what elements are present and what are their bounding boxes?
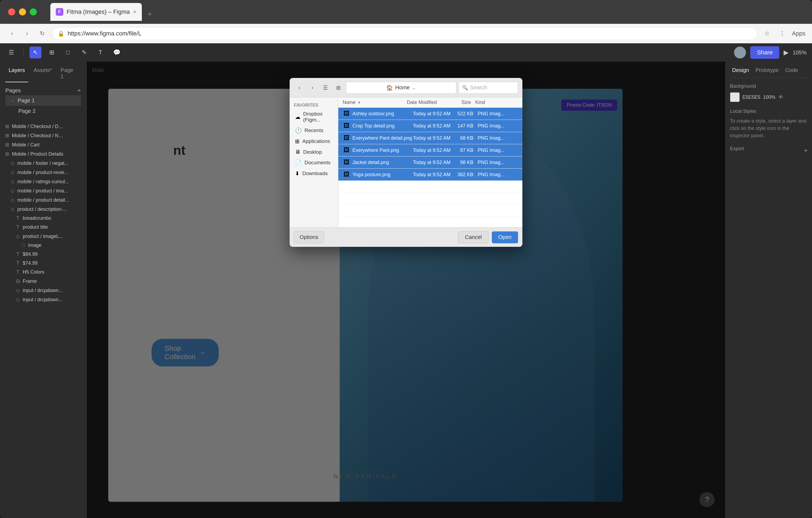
column-name[interactable]: Name ▼ — [343, 99, 407, 105]
new-tab-button[interactable]: + — [143, 7, 156, 21]
sidebar-item-desktop[interactable]: 🖥 Desktop — [291, 147, 337, 157]
zoom-control[interactable]: 105% — [793, 50, 807, 56]
file-name: Crop Top detail.png — [352, 123, 413, 129]
file-size: 522 KB — [453, 111, 474, 117]
back-button[interactable]: ‹ — [6, 28, 17, 39]
star-button[interactable]: ☆ — [762, 28, 773, 39]
file-row-ashley[interactable]: 🖼 Ashley outdoor.png Today at 9:52 AM 52… — [338, 108, 522, 120]
forward-button[interactable]: › — [22, 28, 32, 39]
file-row-everywhere[interactable]: 🖼 Everywhere Pant.png Today at 9:52 AM 8… — [338, 144, 522, 156]
layer-mobile-checkout-data[interactable]: ⊞ Mobile / Checkout / Data F... — [0, 122, 86, 131]
dialog-body: Favorites ☁ Dropbox (Figm... 🕐 Recents — [290, 97, 522, 227]
browser-window: F Fitma (Images) – Figma × + ‹ › ↻ 🔒 htt… — [0, 0, 812, 518]
layer-breadcrumbs[interactable]: T breadcrumbs — [0, 214, 86, 223]
active-tab[interactable]: F Fitma (Images) – Figma × — [50, 3, 142, 21]
sidebar-item-applications[interactable]: ⊞ Applications — [291, 136, 337, 147]
export-section: Export + — [730, 146, 808, 155]
pen-tool-button[interactable]: ✎ — [78, 47, 90, 58]
tab-code[interactable]: Code — [783, 66, 800, 75]
tab-prototype[interactable]: Prototype — [753, 66, 781, 75]
sidebar-item-documents[interactable]: 📄 Documents — [291, 157, 337, 168]
layer-input-dropdown1[interactable]: ◇ input / drcpdown... — [0, 286, 86, 295]
layer-component-icon: ◇ — [10, 206, 15, 212]
file-date: Today at 9:52 AM — [413, 172, 453, 177]
file-kind: PNG Imag... — [473, 111, 518, 117]
address-text: https://www.figma.com/file/L — [68, 30, 142, 37]
file-row-jacket[interactable]: 🖼 Jacket detail.png Today at 9:52 AM 98 … — [338, 156, 522, 169]
layer-frame-icon: ⊟ — [15, 278, 21, 284]
comment-tool-button[interactable]: 💬 — [111, 47, 123, 58]
file-row-everywhere-detail[interactable]: 🖼 Everywhere Pant detail.png Today at 9:… — [338, 132, 522, 144]
layer-price1[interactable]: T $84.99 — [0, 250, 86, 259]
play-button[interactable]: ▶ — [784, 49, 788, 56]
tab-close-button[interactable]: × — [133, 8, 137, 16]
cancel-button[interactable]: Cancel — [458, 231, 489, 243]
layer-product-title[interactable]: T product title — [0, 223, 86, 232]
minimize-traffic-light[interactable] — [19, 8, 26, 16]
add-page-button[interactable]: + — [77, 87, 81, 94]
address-bar[interactable]: 🔒 https://www.figma.com/file/L — [52, 27, 757, 40]
reload-button[interactable]: ↻ — [37, 28, 48, 39]
layer-mobile-checkout-nodata[interactable]: ⊞ Mobile / Checkout / No Data — [0, 131, 86, 140]
file-date: Today at 9:52 AM — [413, 135, 453, 141]
frame-tool-button[interactable]: ⊞ — [46, 47, 58, 58]
tab-layers[interactable]: Layers — [5, 65, 28, 82]
layer-product-desc[interactable]: ◇ product / description-... — [0, 205, 86, 214]
dialog-forward-button[interactable]: › — [307, 82, 318, 93]
add-export-button[interactable]: + — [804, 147, 808, 154]
layer-mobile-product-details[interactable]: ⊞ Mobile / Product Details — [0, 149, 86, 159]
layer-product-review[interactable]: ◇ mobile / product-revie... — [0, 168, 86, 177]
visibility-toggle-button[interactable]: 👁 — [778, 94, 784, 100]
sidebar-item-downloads[interactable]: ⬇ Downloads — [291, 168, 337, 179]
page-item-1[interactable]: ✓ Page 1 — [5, 95, 81, 106]
layer-product-image[interactable]: ◇ mobile / product / ima... — [0, 186, 86, 195]
sidebar-item-recents[interactable]: 🕐 Recents — [291, 125, 337, 136]
layer-name: mobile / footer / negat... — [17, 161, 68, 166]
sidebar-item-dropbox[interactable]: ☁ Dropbox (Figm... — [291, 109, 337, 125]
dialog-path[interactable]: 🏠 Home ⌄ — [346, 82, 456, 94]
column-size[interactable]: Size — [450, 99, 471, 105]
layer-frame-icon: ⊞ — [4, 123, 10, 130]
dialog-search[interactable]: 🔍 Search — [459, 82, 518, 94]
page-check-icon: ✓ — [11, 98, 15, 104]
tab-design[interactable]: Design — [730, 66, 751, 75]
tab-title: Fitma (Images) – Figma — [66, 8, 130, 16]
options-button[interactable]: Options — [294, 231, 324, 243]
dialog-back-button[interactable]: ‹ — [294, 82, 305, 93]
layer-price2[interactable]: T $74.99 — [0, 259, 86, 268]
more-button[interactable]: ⋮ — [777, 28, 788, 39]
layer-mobile-cart[interactable]: ⊞ Mobile / Cart — [0, 140, 86, 149]
close-traffic-light[interactable] — [8, 8, 15, 16]
page-item-2[interactable]: Page 2 — [5, 106, 81, 116]
layer-input-dropdown2[interactable]: ◇ input / drcpdown... — [0, 295, 86, 304]
layer-image[interactable]: □ image — [0, 241, 86, 250]
layer-footer[interactable]: ◇ mobile / footer / negat... — [0, 159, 86, 168]
layer-h5colors[interactable]: T H5 Colors — [0, 268, 86, 277]
file-row-crop[interactable]: 🖼 Crop Top detail.png Today at 9:52 AM 1… — [338, 120, 522, 132]
layer-ratings[interactable]: ◇ mobile / ratings-cumul... — [0, 177, 86, 186]
background-hex-value[interactable]: E5E5E5 — [743, 94, 760, 100]
select-tool-button[interactable]: ↖ — [29, 47, 41, 58]
tab-page[interactable]: Page 1 — [57, 65, 81, 82]
hamburger-menu-button[interactable]: ☰ — [5, 47, 17, 58]
maximize-traffic-light[interactable] — [30, 8, 37, 16]
local-styles-title: Local Styles — [730, 109, 808, 114]
background-opacity-value[interactable]: 100% — [763, 94, 776, 100]
column-kind-label: Kind — [475, 99, 485, 105]
text-tool-button[interactable]: T — [94, 47, 106, 58]
layer-product-imagel[interactable]: ◇ product / imageL... — [0, 232, 86, 241]
tab-assets[interactable]: Assets* — [30, 65, 55, 82]
layer-frame[interactable]: ⊟ Frame — [0, 277, 86, 286]
column-date[interactable]: Date Modified — [407, 99, 450, 105]
share-button[interactable]: Share — [750, 46, 779, 59]
layer-product-detail2[interactable]: ◇ mobile / product detail... — [0, 195, 86, 205]
open-button[interactable]: Open — [492, 231, 518, 243]
file-row-yoga[interactable]: 🖼 Yoga posture.png Today at 9:52 AM 382 … — [338, 169, 522, 181]
column-kind[interactable]: Kind — [471, 99, 518, 105]
layer-component-icon: ◇ — [10, 197, 15, 203]
dialog-view-toggle[interactable]: ☰ — [320, 82, 331, 93]
background-color-swatch[interactable] — [730, 92, 740, 102]
dialog-sidebar-toggle[interactable]: ⊞ — [333, 82, 344, 93]
browser-addressbar: ‹ › ↻ 🔒 https://www.figma.com/file/L ☆ ⋮… — [0, 24, 812, 43]
shape-tool-button[interactable]: □ — [62, 47, 74, 58]
